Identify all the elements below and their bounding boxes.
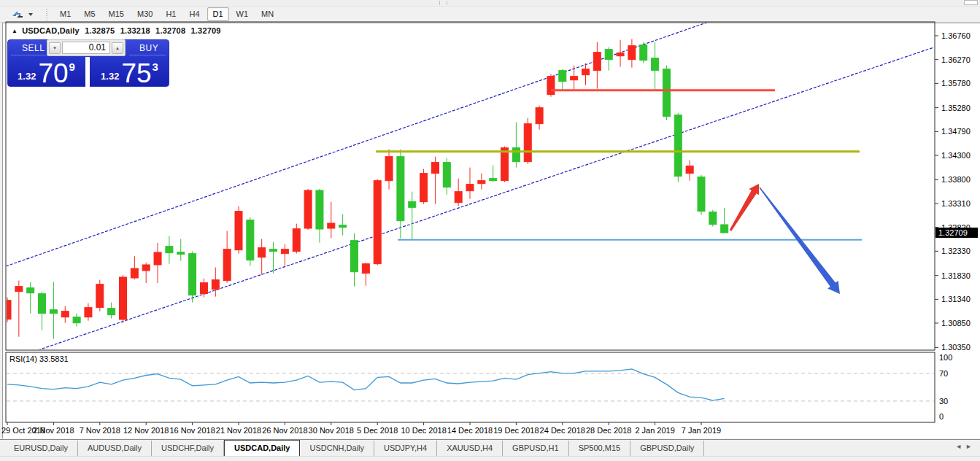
buy-button[interactable]: BUY [139, 43, 158, 53]
timeframe-button-mn[interactable]: MN [255, 7, 279, 21]
toolbar-separator [447, 1, 447, 5]
sell-button[interactable]: SELL [22, 43, 45, 53]
toolbar-field-fragment [964, 0, 978, 5]
tab-usdcnh-daily[interactable]: USDCNH,Daily [300, 441, 374, 456]
volume-field[interactable]: 0.01 [62, 42, 110, 54]
tab-eurusd-daily[interactable]: EURUSD,Daily [4, 441, 78, 456]
timeframe-button-m5[interactable]: M5 [78, 7, 101, 21]
sell-price-pip: 9 [69, 61, 75, 73]
lot-size-control: ▼ 0.01 ▲ [47, 39, 126, 56]
tab-gbpusd-h1[interactable]: GBPUSD,H1 [503, 441, 569, 456]
chevron-down-icon [28, 13, 33, 16]
buy-button-underline [129, 55, 166, 55]
ohlc-close: 1.32709 [191, 26, 221, 35]
timeframes-toolbar: M1M5M15M30H1H4D1W1MN [0, 7, 980, 23]
tab-usdcad-daily[interactable]: USDCAD,Daily [224, 440, 300, 457]
ohlc-high: 1.33218 [120, 26, 150, 35]
collapse-triangle-icon[interactable]: ▲ [12, 28, 18, 34]
timeframe-button-group: M1M5M15M30H1H4D1W1MN [54, 7, 281, 21]
tab-sp500-m15[interactable]: SP500,M15 [569, 441, 630, 456]
ohlc-open: 1.32875 [85, 26, 115, 35]
chart-symbol-period: USDCAD,Daily [22, 26, 80, 35]
sell-price-prefix: 1.32 [18, 71, 36, 82]
window-top-strip [0, 0, 980, 7]
symbols-dropdown-button[interactable] [6, 7, 37, 21]
toolbar-separator [439, 1, 440, 5]
ohlc-low: 1.32708 [155, 26, 185, 35]
sell-price-big: 70 [38, 61, 68, 86]
volume-increase-button[interactable]: ▲ [112, 42, 123, 54]
status-strip [0, 456, 980, 461]
mt4-application-window: M1M5M15M30H1H4D1W1MN 1.367601.362701.357… [0, 0, 980, 461]
tab-gbpusd-daily[interactable]: GBPUSD,Daily [630, 441, 704, 456]
chart-tabs: EURUSD,DailyAUDUSD,DailyUSDCHF,DailyUSDC… [4, 441, 704, 456]
one-click-trading-widget: SELL BUY ▼ 0.01 ▲ 1.32 70 9 1.32 75 3 [7, 39, 169, 87]
timeframe-button-m30[interactable]: M30 [131, 7, 158, 21]
tab-scroll-left-button[interactable]: ◄ [955, 443, 965, 450]
swap-arrows-icon [10, 9, 25, 19]
buy-price-pip: 3 [153, 61, 158, 73]
sell-button-underline [11, 55, 46, 55]
sell-price-panel[interactable]: 1.32 70 9 [7, 57, 85, 86]
timeframe-button-m15[interactable]: M15 [103, 7, 130, 21]
buy-price-big: 75 [121, 61, 151, 86]
timeframe-button-h4[interactable]: H4 [183, 7, 205, 21]
volume-decrease-button[interactable]: ▼ [49, 42, 61, 54]
buy-price-prefix: 1.32 [101, 71, 119, 82]
tab-scroll-right-button[interactable]: ► [965, 443, 976, 450]
tab-usdjpy-h4[interactable]: USDJPY,H4 [374, 441, 437, 456]
timeframe-button-w1[interactable]: W1 [231, 7, 255, 21]
timeframe-button-d1[interactable]: D1 [207, 7, 229, 21]
timeframe-button-h1[interactable]: H1 [160, 7, 182, 21]
toolbar-grip [45, 9, 48, 20]
chart-tabs-bar: EURUSD,DailyAUDUSD,DailyUSDCHF,DailyUSDC… [0, 439, 980, 456]
tab-usdchf-daily[interactable]: USDCHF,Daily [152, 441, 224, 456]
tab-scroll-controls: ◄► [955, 443, 976, 450]
tab-xauusd-h4[interactable]: XAUUSD,H4 [437, 441, 503, 456]
buy-price-panel[interactable]: 1.32 75 3 [90, 57, 169, 86]
chart-title: ▲USDCAD,Daily 1.32875 1.33218 1.32708 1.… [12, 26, 224, 35]
timeframe-button-m1[interactable]: M1 [54, 7, 77, 21]
tab-audusd-daily[interactable]: AUDUSD,Daily [78, 441, 152, 456]
rsi-indicator-label: RSI(14) 33.5831 [9, 355, 69, 363]
